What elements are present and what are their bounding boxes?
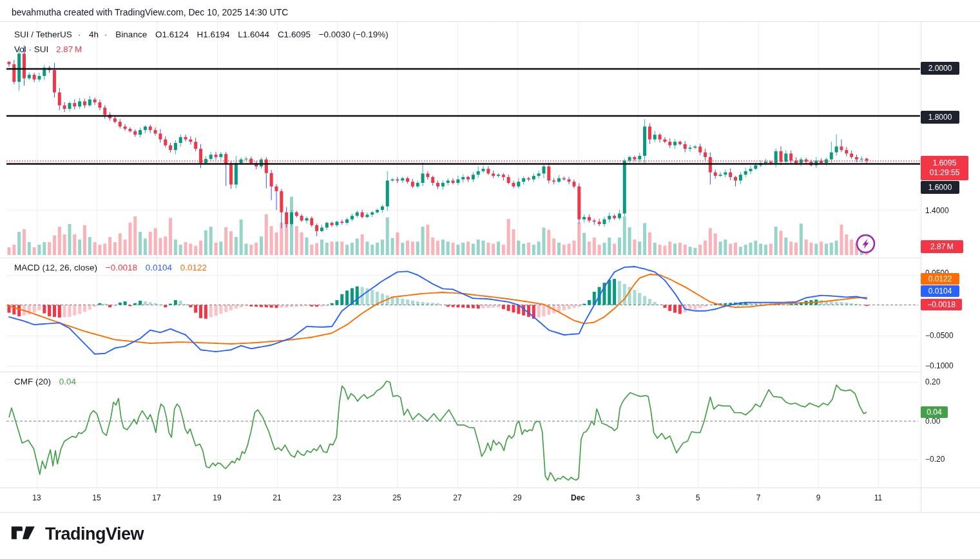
scale-badge-text: 01:29:55 xyxy=(930,168,960,178)
low-value: L1.6044 xyxy=(238,30,269,39)
lightning-button[interactable] xyxy=(855,233,876,254)
close-value: C1.6095 xyxy=(278,30,311,39)
exchange-label: Binance xyxy=(115,30,147,39)
time-axis-label: 29 xyxy=(513,493,521,502)
scale-label: −0.20 xyxy=(925,455,945,464)
time-axis-label: 13 xyxy=(32,493,41,502)
cmf-title: CMF (20) xyxy=(14,377,51,386)
open-value: O1.6124 xyxy=(155,30,189,39)
macd-title: MACD (12, 26, close) xyxy=(14,263,97,272)
scale-badge-text: 1.6095 xyxy=(933,158,957,168)
scale-badge: 1.8000 xyxy=(921,111,959,124)
volume-value: 2.87 M xyxy=(56,44,82,54)
symbol-name: SUI / TetherUS xyxy=(14,30,72,39)
time-axis-label: 11 xyxy=(874,493,882,502)
time-axis-label: 9 xyxy=(816,493,821,502)
legend-separator: · xyxy=(78,30,81,39)
tradingview-logo-icon xyxy=(10,523,39,545)
macd-signal-value: 0.0122 xyxy=(180,263,207,272)
scale-badge-text: 0.0122 xyxy=(928,274,952,284)
attribution-text: bevahmutha created with TradingView.com,… xyxy=(12,7,288,17)
scale-badge: 2.0000 xyxy=(921,62,959,75)
time-axis-label: 21 xyxy=(273,493,281,502)
symbol-legend[interactable]: SUI / TetherUS· 4h· Binance O1.6124 H1.6… xyxy=(14,30,394,39)
scale-label: −0.0500 xyxy=(925,331,954,340)
volume-legend[interactable]: Vol · SUI 2.87 M xyxy=(14,44,82,54)
scale-label: 1.4000 xyxy=(925,206,949,215)
scale-badge: 0.0104 xyxy=(921,285,959,297)
scale-badge: 1.6000 xyxy=(921,181,959,194)
scale-badge-text: 1.6000 xyxy=(928,183,952,193)
legend-separator: · xyxy=(104,30,108,39)
cmf-legend[interactable]: CMF (20) 0.04 xyxy=(14,377,76,386)
scale-badge-text: 2.87 M xyxy=(930,242,954,252)
scale-label: 0.20 xyxy=(925,377,940,386)
change-value: −0.0030 (−0.19%) xyxy=(319,30,389,39)
scale-badge: 1.609501:29:55 xyxy=(921,156,968,180)
tradingview-logo-text: TradingView xyxy=(45,524,144,544)
cmf-value: 0.04 xyxy=(59,377,76,386)
macd-hist-value: −0.0018 xyxy=(106,263,137,272)
time-axis-label: 7 xyxy=(756,493,761,502)
scale-badge-text: 0.04 xyxy=(927,408,941,417)
scale-badge-text: 2.0000 xyxy=(928,64,952,73)
chart-canvas[interactable] xyxy=(0,0,980,559)
scale-badge-text: 1.8000 xyxy=(928,113,952,122)
time-axis-label: 23 xyxy=(332,493,341,502)
volume-label: Vol · SUI xyxy=(14,44,48,54)
macd-legend[interactable]: MACD (12, 26, close) −0.0018 0.0104 0.01… xyxy=(14,263,213,272)
time-axis-label: Dec xyxy=(571,493,585,502)
time-axis-label: 27 xyxy=(453,493,461,502)
time-axis-label: 19 xyxy=(213,493,221,502)
scale-label: 0.00 xyxy=(925,417,940,426)
scale-label: −0.1000 xyxy=(925,361,954,370)
time-axis-label: 25 xyxy=(392,493,401,502)
tradingview-logo[interactable]: TradingView xyxy=(10,523,144,545)
time-axis-label: 5 xyxy=(696,493,700,502)
interval-label: 4h xyxy=(89,30,99,39)
time-axis-label: 15 xyxy=(92,493,101,502)
scale-badge: 0.0122 xyxy=(921,273,959,285)
tradingview-chart-page: { "header": { "attribution": "bevahmutha… xyxy=(0,0,980,559)
scale-badge: 0.04 xyxy=(921,406,948,418)
high-value: H1.6194 xyxy=(197,30,229,39)
scale-badge-text: 0.0104 xyxy=(928,287,952,296)
scale-badge: −0.0018 xyxy=(921,299,962,310)
scale-badge-text: −0.0018 xyxy=(927,300,956,310)
time-axis-label: 3 xyxy=(636,493,640,502)
scale-badge: 2.87 M xyxy=(921,240,963,253)
time-axis-label: 17 xyxy=(152,493,160,502)
macd-line-value: 0.0104 xyxy=(146,263,172,272)
